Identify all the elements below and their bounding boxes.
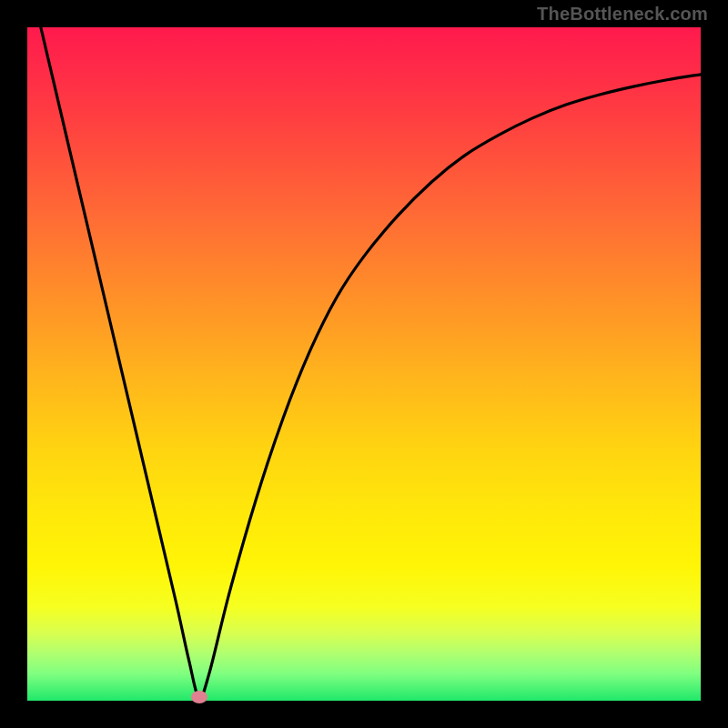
watermark-text: TheBottleneck.com — [537, 4, 708, 25]
plot-gradient-background — [27, 27, 701, 701]
chart-container: TheBottleneck.com — [0, 0, 728, 728]
minimum-marker — [191, 691, 207, 703]
